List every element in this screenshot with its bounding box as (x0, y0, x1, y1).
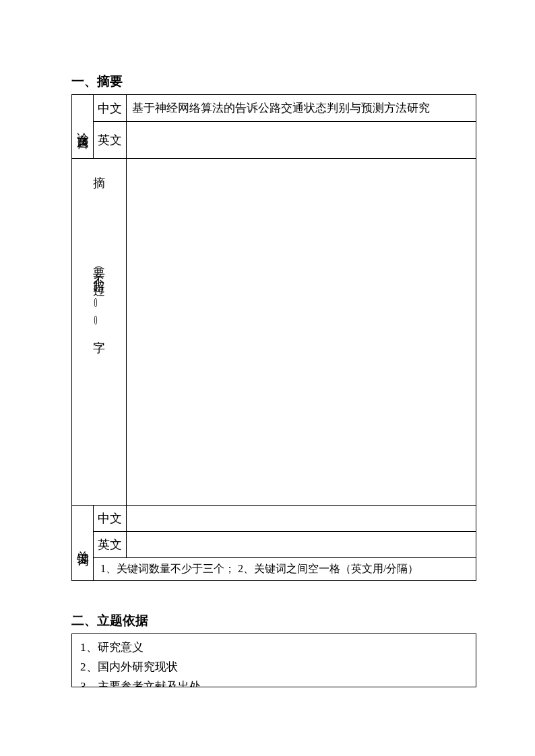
abstract-value (127, 159, 476, 506)
basis-box: 1、研究意义 2、国内外研究现状 3、主要参考文献及出处 (71, 633, 476, 687)
abstract-label-cell: 摘 要（不超过800字） (72, 159, 127, 506)
basis-item-2: 2、国内外研究现状 (80, 658, 468, 677)
section1-heading: 一、摘要 (71, 73, 478, 90)
basis-item-3: 3、主要参考文献及出处 (80, 677, 468, 687)
section2-heading: 二、立题依据 (71, 612, 478, 629)
keyword-en-value (127, 532, 476, 558)
abstract-row: 摘 要（不超过800字） (72, 159, 476, 506)
keyword-note: 1、关键词数量不少于三个； 2、关键词之间空一格（英文用/分隔） (94, 558, 476, 581)
title-en-label: 英文 (94, 122, 127, 159)
basis-item-1: 1、研究意义 (80, 638, 468, 658)
keyword-note-row: 1、关键词数量不少于三个； 2、关键词之间空一格（英文用/分隔） (72, 558, 476, 581)
title-cn-row: 论文题目 中文 基于神经网络算法的告诉公路交通状态判别与预测方法研究 (72, 95, 476, 122)
title-en-row: 英文 (72, 122, 476, 159)
keyword-cn-row: 关键词 中文 (72, 506, 476, 532)
keyword-cn-value (127, 506, 476, 532)
title-cn-value: 基于神经网络算法的告诉公路交通状态判别与预测方法研究 (127, 95, 476, 122)
keyword-en-row: 英文 (72, 532, 476, 558)
abstract-table: 论文题目 中文 基于神经网络算法的告诉公路交通状态判别与预测方法研究 英文 摘 … (71, 94, 476, 581)
keyword-cn-label: 中文 (94, 506, 127, 532)
keyword-en-label: 英文 (94, 532, 127, 558)
title-en-value (127, 122, 476, 159)
title-label-cell: 论文题目 (72, 95, 94, 159)
keyword-label-cell: 关键词 (72, 506, 94, 581)
title-cn-label: 中文 (94, 95, 127, 122)
